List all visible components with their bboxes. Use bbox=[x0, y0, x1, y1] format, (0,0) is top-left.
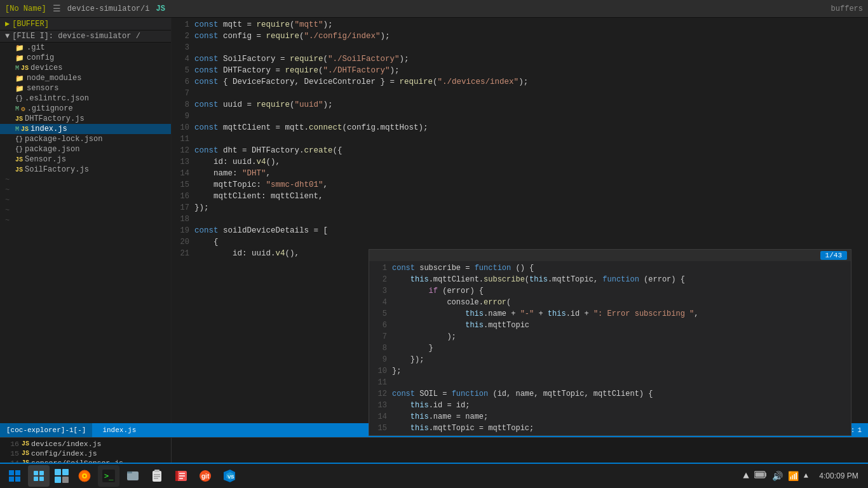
popup-code bbox=[392, 377, 397, 388]
line-number: 8 bbox=[172, 99, 194, 111]
popup-header: 1/43 bbox=[369, 250, 851, 261]
code-content: mqttClient: mqttClient, bbox=[194, 191, 323, 202]
code-content: const uuid = require("uuid"); bbox=[194, 99, 333, 111]
line-number: 7 bbox=[172, 88, 194, 99]
code-content: id: uuid.v4(), bbox=[194, 156, 280, 168]
svg-rect-17 bbox=[154, 474, 160, 475]
popup-code: }; bbox=[392, 365, 401, 377]
taskbar-icon-files[interactable] bbox=[122, 465, 144, 487]
sidebar-item[interactable]: JS Sensor.js bbox=[0, 154, 171, 165]
tilde-line: ~ bbox=[0, 185, 171, 195]
fzf-item: 15 JS config/index.js bbox=[0, 449, 171, 458]
status-center: index.js bbox=[97, 426, 141, 434]
tilde-line: ~ bbox=[0, 215, 171, 226]
code-content bbox=[194, 42, 200, 53]
svg-rect-14 bbox=[127, 471, 132, 473]
tilde-line: ~ bbox=[0, 205, 171, 215]
status-left: [coc-explorer]-1[-] bbox=[0, 423, 92, 437]
popup-code: this.name + "-" + this.id + ": Error sub… bbox=[392, 308, 699, 320]
svg-text:>_: >_ bbox=[104, 471, 114, 480]
code-content: }); bbox=[194, 202, 209, 214]
svg-rect-21 bbox=[175, 471, 178, 481]
svg-rect-19 bbox=[154, 478, 158, 479]
line-number: 10 bbox=[172, 122, 194, 133]
taskbar-icon-clipboard[interactable] bbox=[146, 465, 168, 487]
modified-indicator: M bbox=[15, 126, 19, 133]
tray-icon-wifi: 📶 bbox=[788, 471, 799, 482]
code-content: mqttTopic: "smmc-dht01", bbox=[194, 179, 328, 191]
popup-content: 1 const subscribe = function () { 2 this… bbox=[369, 261, 851, 435]
line-number: 20 bbox=[172, 236, 194, 248]
svg-rect-1 bbox=[15, 470, 20, 475]
popup-code: } bbox=[392, 342, 433, 354]
svg-rect-3 bbox=[15, 477, 20, 482]
sidebar-item-dhtfactory[interactable]: JS DHTFactory.js bbox=[0, 114, 171, 124]
code-content bbox=[194, 133, 200, 145]
sidebar-item[interactable]: {} .eslintrc.json bbox=[0, 93, 171, 104]
tilde-line: ~ bbox=[0, 175, 171, 185]
sidebar-item[interactable]: JS SoilFactory.js bbox=[0, 165, 171, 175]
svg-rect-4 bbox=[34, 471, 38, 475]
svg-text:git: git bbox=[201, 473, 210, 480]
menu-icon[interactable]: ☰ bbox=[53, 3, 61, 14]
taskbar-icon-git[interactable]: git bbox=[194, 465, 216, 487]
popup-code: this.mqttTopic = mqttTopic; bbox=[392, 423, 534, 434]
popup-code: const SOIL = function (id, name, mqttTop… bbox=[392, 388, 653, 400]
sidebar-item[interactable]: 📁 node_modules bbox=[0, 73, 171, 83]
tray-icon-network: ▲ bbox=[743, 470, 749, 482]
no-name-label: [No Name] bbox=[5, 4, 46, 13]
sidebar-item-devices[interactable]: M JS devices bbox=[0, 63, 171, 73]
taskbar-icon-vscode[interactable]: VS bbox=[219, 465, 240, 487]
line-number: 19 bbox=[172, 225, 194, 236]
taskbar-icon-book[interactable] bbox=[170, 465, 192, 487]
code-content: { bbox=[194, 236, 219, 248]
top-bar: [No Name] ☰ device-simulator/i JS buffer… bbox=[0, 0, 868, 18]
line-number: 17 bbox=[172, 202, 194, 214]
svg-rect-32 bbox=[755, 473, 764, 477]
popup-code: this.name = name; bbox=[392, 411, 488, 423]
line-number: 15 bbox=[172, 179, 194, 191]
popup-badge: 1/43 bbox=[820, 251, 847, 260]
code-content: const { DeviceFactory, DeviceControler }… bbox=[194, 76, 528, 88]
svg-rect-2 bbox=[9, 477, 14, 482]
taskbar-icon-apps[interactable] bbox=[28, 465, 50, 487]
code-content: name: "DHT", bbox=[194, 168, 271, 179]
taskbar-icon-start[interactable] bbox=[4, 465, 25, 487]
svg-rect-6 bbox=[34, 477, 38, 481]
taskbar-clock: 4:00:09 PM bbox=[813, 471, 864, 480]
sidebar-item[interactable]: {} package-lock.json bbox=[0, 134, 171, 144]
sidebar-item[interactable]: 📁 config bbox=[0, 53, 171, 63]
code-content: const dht = DHTFactory.create({ bbox=[194, 145, 342, 156]
taskbar: >_ bbox=[0, 463, 868, 488]
line-number: 4 bbox=[172, 53, 194, 65]
sidebar-item-index[interactable]: M JS index.js bbox=[0, 124, 171, 134]
fzf-item: 16 JS devices/index.js bbox=[0, 439, 171, 449]
sidebar-item[interactable]: {} package.json bbox=[0, 144, 171, 154]
workspace-switcher[interactable] bbox=[55, 469, 69, 483]
svg-rect-5 bbox=[39, 471, 44, 475]
modified-indicator: M bbox=[15, 65, 19, 72]
line-number: 16 bbox=[172, 191, 194, 202]
code-content: const mqttClient = mqtt.connect(config.m… bbox=[194, 122, 428, 133]
sidebar-item-gitignore[interactable]: M ⚙ .gitignore bbox=[0, 104, 171, 114]
svg-rect-7 bbox=[39, 477, 44, 481]
modified-indicator: M bbox=[15, 105, 19, 112]
taskbar-icon-browser[interactable] bbox=[74, 465, 95, 487]
taskbar-icon-terminal[interactable]: >_ bbox=[98, 465, 119, 487]
line-number: 1 bbox=[172, 19, 194, 30]
line-number: 2 bbox=[172, 30, 194, 42]
sidebar-item[interactable]: 📁 sensors bbox=[0, 83, 171, 93]
svg-point-10 bbox=[84, 475, 86, 477]
svg-rect-16 bbox=[154, 470, 159, 472]
tray-icon-arrow: ▲ bbox=[804, 471, 808, 480]
tab-lang: JS bbox=[156, 4, 165, 13]
popup-code: this.mqttTopic bbox=[392, 320, 529, 331]
svg-rect-18 bbox=[154, 476, 160, 477]
popup-code: }); bbox=[392, 354, 424, 365]
svg-text:VS: VS bbox=[227, 474, 234, 480]
sidebar-item[interactable]: 📁 .git bbox=[0, 43, 171, 53]
tilde-line: ~ bbox=[0, 195, 171, 205]
popup-code: const subscribe = function () { bbox=[392, 262, 534, 274]
line-number: 9 bbox=[172, 111, 194, 122]
popup-code: console.error( bbox=[392, 297, 511, 308]
